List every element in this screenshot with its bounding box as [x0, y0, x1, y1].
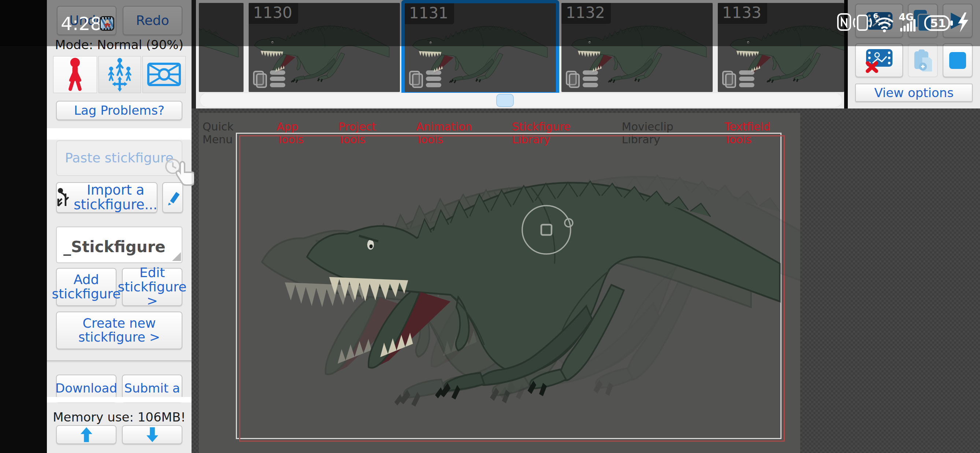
- move-all-tool-button[interactable]: [99, 56, 141, 93]
- timeline-scrollbar-track[interactable]: [200, 93, 842, 107]
- add-stickfigure-button[interactable]: Add stickfigure: [56, 268, 116, 306]
- wifi6-icon: 6: [873, 11, 893, 32]
- view-options-label: View options: [874, 86, 954, 100]
- work-area: Quick Menu App Tools Project Tools Anima…: [191, 108, 980, 453]
- paste-stickfigure-button[interactable]: Paste stickfigure: [56, 140, 182, 176]
- statusbar-clock: 4:28: [61, 13, 102, 35]
- create-stickfigure-label: Create new stickfigure >: [57, 317, 181, 345]
- import-stickfigure-label: Import a stickfigure...: [73, 183, 158, 212]
- vibrate-icon: [854, 15, 871, 30]
- delete-frame-button[interactable]: [855, 43, 903, 77]
- stickfigure-name-input[interactable]: [56, 226, 182, 263]
- edit-stickfigure-button[interactable]: Edit stickfigure >: [122, 268, 182, 306]
- stop-icon: [948, 51, 967, 70]
- up-arrow-icon: [79, 427, 94, 443]
- view-options-button[interactable]: View options: [855, 84, 973, 102]
- svg-text:4G: 4G: [899, 11, 914, 23]
- memory-status-text: Memory use: 106MB!: [47, 410, 191, 424]
- stage-drawing: [199, 113, 800, 453]
- animation-stage[interactable]: Quick Menu App Tools Project Tools Anima…: [199, 113, 800, 453]
- red-stickfigure-icon: [61, 57, 89, 93]
- pencil-icon: [164, 189, 181, 206]
- busy-touch-cursor-icon: [165, 158, 194, 189]
- scroll-down-button[interactable]: [122, 425, 182, 444]
- frame-copy-layers-icons: [408, 69, 444, 89]
- stop-button[interactable]: [943, 43, 973, 77]
- download-label: Download: [55, 381, 117, 395]
- sidebar: Undo Redo Mode: Normal (90%): [47, 0, 191, 453]
- create-stickfigure-button[interactable]: Create new stickfigure >: [56, 311, 182, 349]
- move-figures-icon: [104, 57, 135, 93]
- frame-copy-layers-icons: [721, 69, 757, 89]
- background-tool-button[interactable]: [142, 56, 186, 93]
- frame-copy-layers-icons: [565, 69, 600, 89]
- add-stickfigure-label: Add stickfigure: [52, 273, 121, 301]
- statusbar-scrim: [0, 0, 980, 46]
- letterbox-strip: [0, 0, 47, 453]
- battery-icon: 51: [925, 16, 953, 30]
- import-stickfigure-button[interactable]: Import a stickfigure...: [56, 182, 158, 213]
- charging-bolt-icon: [958, 13, 968, 32]
- svg-text:51: 51: [930, 16, 946, 30]
- statusbar-icons: 6 4G 51: [837, 11, 980, 33]
- frame-copy-layers-icons: [252, 69, 288, 89]
- import-figure-icon: [56, 188, 70, 207]
- input-resize-handle[interactable]: [172, 252, 181, 261]
- lag-problems-button[interactable]: Lag Problems?: [56, 101, 182, 120]
- down-arrow-icon: [145, 427, 160, 443]
- submit-label: Submit a: [124, 381, 180, 395]
- nfc-icon: [838, 14, 850, 30]
- section-gap: [47, 128, 191, 140]
- scroll-up-button[interactable]: [56, 425, 116, 444]
- paste-stickfigure-label: Paste stickfigure: [65, 151, 173, 165]
- paste-frame-icon: [912, 48, 934, 73]
- stick-nodes-app-icon: [100, 16, 114, 31]
- timeline-scrollbar-handle[interactable]: [496, 94, 514, 107]
- paste-frame-button[interactable]: [908, 43, 938, 77]
- background-icon: [146, 62, 181, 88]
- svg-text:6: 6: [873, 11, 878, 20]
- section-gap-bottom: [47, 397, 191, 402]
- lag-problems-label: Lag Problems?: [74, 104, 164, 117]
- delete-frame-icon: [865, 48, 894, 73]
- stickfigure-tool-button[interactable]: [53, 56, 97, 93]
- signal-4g-icon: 4G: [899, 11, 916, 32]
- edit-stickfigure-label: Edit stickfigure >: [118, 266, 187, 309]
- section-divider: [47, 360, 191, 362]
